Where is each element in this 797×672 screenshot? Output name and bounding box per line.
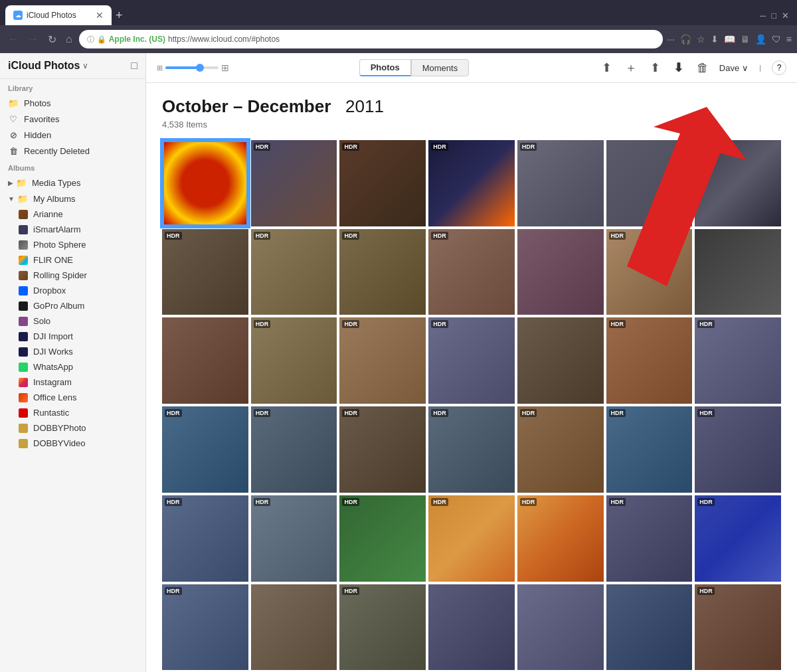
upload-btn[interactable]: ⬆ — [599, 59, 614, 76]
photo-cell[interactable]: HDR — [162, 495, 248, 582]
sidebar-item-my-albums[interactable]: ▼ 📁 My Albums — [0, 191, 145, 207]
moments-tab[interactable]: Moments — [411, 59, 469, 76]
hdr-badge: HDR — [342, 320, 359, 328]
photo-cell[interactable] — [517, 584, 604, 671]
photo-cell[interactable] — [517, 229, 604, 315]
bookmark-star[interactable]: ☆ — [697, 34, 705, 44]
photo-cell[interactable]: HDR — [251, 495, 337, 582]
photo-cell[interactable]: HDR — [517, 140, 604, 226]
tab-close-btn[interactable]: ✕ — [96, 10, 104, 21]
photo-cell[interactable]: HDR — [695, 584, 781, 671]
sidebar-item-dji-import[interactable]: DJI Import — [0, 329, 145, 344]
sidebar-item-dobby-video[interactable]: DOBBYVideo — [0, 436, 145, 451]
maximize-btn[interactable]: □ — [771, 11, 776, 21]
sidebar-item-flir[interactable]: FLIR ONE — [0, 252, 145, 268]
size-slider[interactable]: ⊞ ⊞ — [157, 62, 229, 73]
app-title-arrow[interactable]: ∨ — [82, 61, 88, 70]
share-btn[interactable]: ⬆ — [648, 59, 663, 76]
photo-cell[interactable]: HDR — [339, 229, 426, 315]
photo-cell[interactable]: HDR — [695, 140, 781, 226]
user-menu[interactable]: Dave ∨ — [719, 63, 749, 73]
sidebar-item-arianne[interactable]: Arianne — [0, 207, 145, 222]
photo-cell[interactable] — [162, 317, 248, 404]
photo-cell[interactable]: HDR — [251, 406, 337, 493]
back-btn[interactable]: ← — [5, 32, 21, 46]
dobby-photo-label: DOBBYPhoto — [33, 423, 86, 433]
photo-cell[interactable]: HDR — [428, 317, 515, 404]
reader-icon[interactable]: 📖 — [724, 34, 735, 44]
sidebar-item-officelens[interactable]: Office Lens — [0, 390, 145, 405]
photo-cell[interactable]: HDR — [606, 317, 693, 404]
sidebar-item-whatsapp[interactable]: WhatsApp — [0, 359, 145, 375]
sidebar-item-photosphere[interactable]: Photo Sphere — [0, 237, 145, 252]
photo-cell[interactable] — [162, 140, 248, 226]
shield-icon[interactable]: 🛡 — [772, 34, 781, 44]
photo-cell[interactable]: HDR — [162, 229, 248, 315]
home-btn[interactable]: ⌂ — [63, 32, 75, 46]
add-btn[interactable]: ＋ — [622, 58, 640, 77]
photo-cell[interactable]: HDR — [339, 406, 426, 493]
download-icon[interactable]: ⬇ — [711, 34, 719, 44]
photo-cell[interactable] — [606, 584, 693, 671]
photo-cell[interactable]: HDR — [162, 584, 248, 671]
photo-cell[interactable]: HDR — [251, 229, 337, 315]
photo-cell[interactable] — [606, 140, 693, 226]
sidebar-item-photos[interactable]: 📁 Photos — [0, 95, 145, 111]
sidebar-item-gopro[interactable]: GoPro Album — [0, 298, 145, 313]
photo-cell[interactable]: HDR — [251, 140, 337, 226]
download-btn[interactable]: ⬇ — [671, 59, 686, 76]
active-tab[interactable]: ☁ iCloud Photos ✕ — [5, 5, 112, 25]
photo-cell[interactable]: HDR — [339, 140, 426, 226]
sidebar-item-solo[interactable]: Solo — [0, 313, 145, 329]
forward-btn[interactable]: → — [25, 32, 41, 46]
sidebar-item-ismrt[interactable]: iSmartAlarm — [0, 222, 145, 237]
sidebar-item-dji-works[interactable]: DJI Works — [0, 344, 145, 359]
photo-cell[interactable]: HDR — [251, 317, 337, 404]
photo-cell[interactable]: HDR — [606, 495, 693, 582]
pocket-icon[interactable]: 🎧 — [680, 34, 691, 44]
sidebar-item-dobby-photo[interactable]: DOBBYPhoto — [0, 420, 145, 436]
sidebar-item-hidden[interactable]: ⊘ Hidden — [0, 127, 145, 143]
photo-cell[interactable]: HDR — [695, 406, 781, 493]
sidebar-item-instagram[interactable]: Instagram — [0, 375, 145, 390]
photo-cell[interactable]: HDR — [428, 229, 515, 315]
sidebar: iCloud Photos ∨ □ Library 📁 Photos ♡ Fav… — [0, 53, 146, 672]
new-tab-button[interactable]: + — [116, 9, 123, 23]
photo-cell[interactable] — [695, 229, 781, 315]
minimize-btn[interactable]: ─ — [760, 11, 766, 21]
more-btn[interactable]: ··· — [667, 34, 675, 44]
photo-cell[interactable]: HDR — [428, 140, 515, 226]
photo-cell[interactable] — [251, 584, 337, 671]
delete-btn[interactable]: 🗑 — [694, 60, 711, 76]
sidebar-item-dropbox[interactable]: Dropbox — [0, 283, 145, 298]
screen-icon[interactable]: 🖥 — [741, 34, 750, 44]
photo-cell[interactable]: HDR — [162, 406, 248, 493]
sidebar-toggle[interactable]: □ — [131, 60, 137, 72]
sidebar-item-media-types[interactable]: ▶ 📁 Media Types — [0, 175, 145, 191]
slider-track[interactable] — [165, 66, 219, 69]
photos-tab[interactable]: Photos — [359, 59, 411, 76]
photo-cell[interactable]: HDR — [428, 406, 515, 493]
help-button[interactable]: ? — [772, 60, 786, 75]
photo-cell[interactable]: HDR — [695, 495, 781, 582]
photo-cell[interactable]: HDR — [339, 495, 426, 582]
photo-cell[interactable]: HDR — [606, 406, 693, 493]
photo-cell[interactable]: HDR — [339, 317, 426, 404]
photo-cell[interactable]: HDR — [517, 495, 604, 582]
photo-cell[interactable]: HDR — [517, 406, 604, 493]
photo-cell[interactable]: HDR — [428, 495, 515, 582]
photo-cell[interactable]: HDR — [695, 317, 781, 404]
sidebar-item-runtastic[interactable]: Runtastic — [0, 405, 145, 420]
account-icon[interactable]: 👤 — [755, 34, 766, 44]
close-btn[interactable]: ✕ — [782, 11, 789, 21]
address-bar[interactable]: ⓘ 🔒 Apple Inc. (US) https://www.icloud.c… — [79, 30, 663, 48]
sidebar-item-rolling[interactable]: Rolling Spider — [0, 268, 145, 283]
menu-icon[interactable]: ≡ — [786, 34, 792, 44]
photo-cell[interactable] — [428, 584, 515, 671]
photo-cell[interactable]: HDR — [339, 584, 426, 671]
sidebar-item-recently-deleted[interactable]: 🗑 Recently Deleted — [0, 143, 145, 159]
photo-cell[interactable]: HDR — [606, 229, 693, 315]
photo-cell[interactable] — [517, 317, 604, 404]
refresh-btn[interactable]: ↻ — [45, 32, 59, 47]
sidebar-item-favorites[interactable]: ♡ Favorites — [0, 111, 145, 127]
